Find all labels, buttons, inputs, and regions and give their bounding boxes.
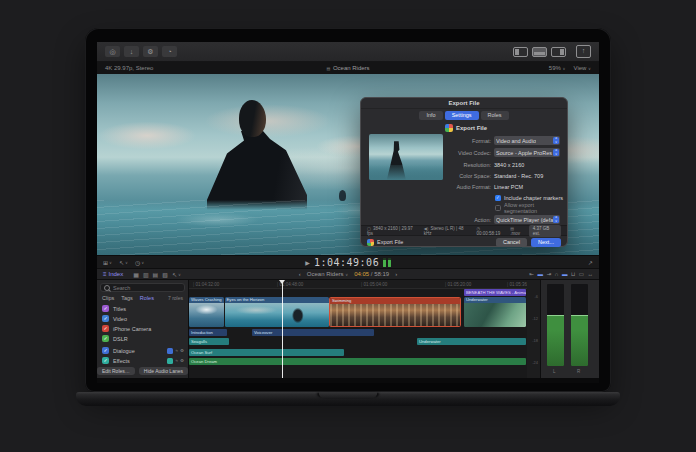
import-media-icon[interactable]: ◎ <box>105 46 120 57</box>
zoom-fit-icon[interactable]: ↔ <box>588 271 594 277</box>
checkbox-checked[interactable]: ✓ <box>495 195 501 201</box>
play-icon[interactable]: ▶ <box>305 259 310 266</box>
clip-appearance-icon[interactable]: ▭ <box>579 271 584 277</box>
tab-settings[interactable]: Settings <box>445 111 479 120</box>
viewer-info-bar: 4K 29.97p, Stereo ▤ Ocean Riders 59% ∨ V… <box>97 62 599 74</box>
elapsed-time: 04:05 <box>354 271 369 277</box>
timeline-tracks[interactable]: 01:04:32:00 01:04:48:00 01:05:04:00 01:0… <box>189 280 527 378</box>
clip-thumbnail <box>464 303 526 328</box>
format-dropdown[interactable]: Video and Audio ∧∨ <box>494 136 560 145</box>
export-destination-icon <box>445 124 453 132</box>
audio-clip-underwater[interactable]: Underwater <box>417 338 526 345</box>
audio-clip-introduction[interactable]: Introduction <box>189 329 227 336</box>
total-duration: 58:19 <box>374 271 389 277</box>
stepper-icon: ∧∨ <box>553 216 559 223</box>
format-field: Format: Video and Audio ∧∨ <box>445 136 563 145</box>
audio-skimming-icon[interactable]: ⇥ <box>546 271 551 277</box>
dialogue-checkbox[interactable]: ✓ <box>102 347 109 354</box>
playhead[interactable] <box>282 280 283 378</box>
checkbox-unchecked[interactable] <box>495 205 501 211</box>
hide-audio-lanes-button[interactable]: Hide Audio Lanes <box>139 367 188 375</box>
import-glyph: ◎ <box>109 48 115 55</box>
show-lanes-icon[interactable]: ≈ <box>175 358 177 363</box>
view-label: View <box>573 65 586 71</box>
background-tasks-icon[interactable]: ◔ <box>162 46 177 57</box>
skimming-toggle-icon[interactable]: ▬ <box>537 271 543 277</box>
video-checkbox[interactable]: ✓ <box>102 315 109 322</box>
mini-audio-meters[interactable] <box>383 258 391 267</box>
effects-checkbox[interactable]: ✓ <box>102 357 109 364</box>
role-settings-icon[interactable]: ⚙ <box>180 348 184 353</box>
summary-video-text: 3840 x 2160 | 29.97 fps <box>367 226 413 236</box>
include-chapter-markers-row: ✓ Include chapter markers <box>495 194 563 202</box>
role-row-video[interactable]: ✓ Video <box>102 314 184 323</box>
share-arrow-glyph: ↑ <box>582 47 586 54</box>
video-codec-dropdown[interactable]: Source - Apple ProRes 422 ∧∨ <box>494 148 560 157</box>
check-icon: ✓ <box>496 195 500 200</box>
next-button[interactable]: Next... <box>531 238 561 247</box>
role-row-effects[interactable]: ✓ Effects ≈ ⚙ <box>102 356 184 365</box>
tab-roles[interactable]: Roles <box>140 295 154 301</box>
timeline-ruler[interactable]: 01:04:32:00 01:04:48:00 01:05:04:00 01:0… <box>189 280 527 289</box>
timeline-layout-icon[interactable] <box>532 47 547 57</box>
search-input[interactable]: Search <box>100 283 185 292</box>
focus-icon[interactable] <box>167 348 173 354</box>
video-clip-eyes-on-the-horizon[interactable]: Eyes on the Horizon <box>225 297 329 327</box>
title-clip[interactable]: BENEATH THE WAVES - Animated Title <box>464 289 526 296</box>
titles-checkbox[interactable]: ✓ <box>102 305 109 312</box>
video-clip-underwater[interactable]: Underwater <box>464 297 526 327</box>
audio-clip-ocean-surf[interactable]: Ocean Surf <box>189 349 344 356</box>
project-name-dropdown[interactable]: Ocean Riders ∨ <box>307 271 348 277</box>
allow-export-segmentation-row: Allow export segmentation <box>495 204 567 212</box>
audio-clip-seagulls[interactable]: Seagulls <box>189 338 229 345</box>
summary-duration: ◷ 00:00:58:19 <box>476 226 505 236</box>
cancel-button[interactable]: Cancel <box>496 238 527 247</box>
view-dropdown[interactable]: View ∨ <box>573 65 591 71</box>
edit-roles-button[interactable]: Edit Roles… <box>97 367 135 375</box>
role-row-iphone-camera[interactable]: ✓ iPhone Camera <box>102 324 184 333</box>
tab-roles[interactable]: Roles <box>481 111 509 120</box>
tab-clips[interactable]: Clips <box>102 295 114 301</box>
role-label: Effects <box>113 358 130 364</box>
action-label: Action: <box>445 217 491 223</box>
share-icon[interactable]: ↑ <box>576 45 591 58</box>
role-row-dslr[interactable]: ✓ DSLR <box>102 334 184 343</box>
inspector-layout-icon[interactable] <box>551 47 566 57</box>
video-clip-swimming[interactable]: Swimming <box>329 297 461 327</box>
stepper-icon: ∧∨ <box>553 137 559 144</box>
role-row-dialogue[interactable]: ✓ Dialogue ≈ ⚙ <box>102 346 184 355</box>
snapping-toggle-icon[interactable]: ▬ <box>562 271 568 277</box>
browser-layout-icon[interactable] <box>513 47 528 57</box>
previous-project-icon[interactable]: ‹ <box>299 271 301 277</box>
right-channel-meter <box>571 284 588 366</box>
focus-icon[interactable] <box>167 358 173 364</box>
iphone-camera-checkbox[interactable]: ✓ <box>102 325 109 332</box>
tab-tags[interactable]: Tags <box>121 295 133 301</box>
magnet-icon[interactable]: ⊔ <box>571 271 575 277</box>
dslr-checkbox[interactable]: ✓ <box>102 335 109 342</box>
format-value: Video and Audio <box>496 138 536 144</box>
fullscreen-icon[interactable]: ↗ <box>588 259 593 266</box>
action-field: Action: QuickTime Player (default) ∧∨ <box>445 215 563 224</box>
color-space-field: Color Space: Standard - Rec. 709 <box>445 171 563 180</box>
audio-clip-ocean-dream[interactable]: Ocean Dream <box>189 358 526 365</box>
file-type-text: .mov <box>510 231 520 236</box>
audio-clip-voiceover[interactable]: Voiceover <box>252 329 374 336</box>
download-icon[interactable]: ↓ <box>124 46 139 57</box>
keyword-editor-icon[interactable]: ⚙ <box>143 46 158 57</box>
tab-info[interactable]: Info <box>419 111 442 120</box>
dialog-tabs: Info Settings Roles <box>361 111 567 120</box>
role-row-titles[interactable]: ✓ Titles <box>102 304 184 313</box>
video-clip-waves-crashing[interactable]: Waves Crashing <box>189 297 224 327</box>
db-label: -6 <box>534 294 538 299</box>
next-project-icon[interactable]: › <box>395 271 397 277</box>
trim-icon[interactable]: ⇤ <box>529 271 534 277</box>
stepper-icon: ∧∨ <box>553 149 559 156</box>
solo-icon[interactable]: ∩ <box>555 271 559 277</box>
export-destination-icon <box>367 239 374 246</box>
role-settings-icon[interactable]: ⚙ <box>180 358 184 363</box>
zoom-level-dropdown[interactable]: 59% ∨ <box>549 65 566 71</box>
video-codec-label: Video Codec: <box>445 150 491 156</box>
show-lanes-icon[interactable]: ≈ <box>175 348 177 353</box>
action-dropdown[interactable]: QuickTime Player (default) ∧∨ <box>494 215 560 224</box>
